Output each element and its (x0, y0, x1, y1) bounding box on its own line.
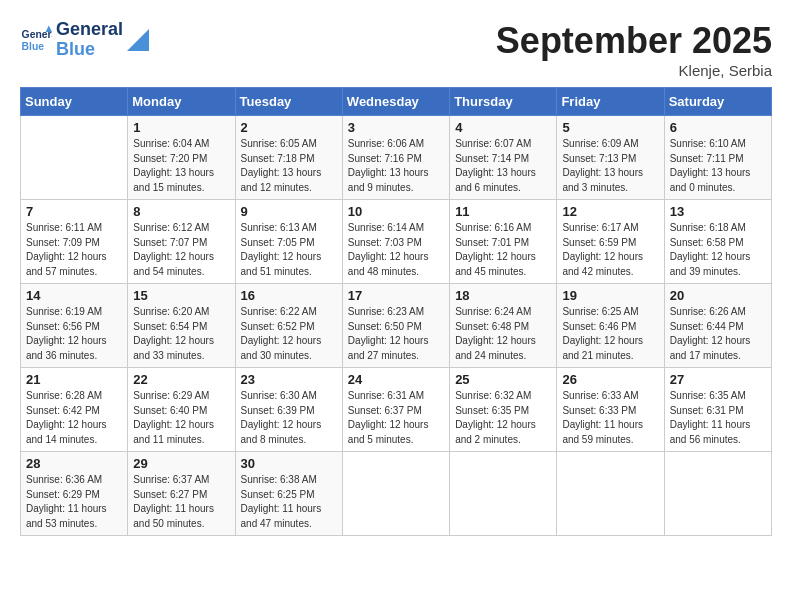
day-cell (557, 452, 664, 536)
day-info: Sunrise: 6:16 AM Sunset: 7:01 PM Dayligh… (455, 221, 551, 279)
day-number: 7 (26, 204, 122, 219)
day-cell: 7Sunrise: 6:11 AM Sunset: 7:09 PM Daylig… (21, 200, 128, 284)
weekday-header-thursday: Thursday (450, 88, 557, 116)
day-cell (664, 452, 771, 536)
day-number: 17 (348, 288, 444, 303)
day-number: 12 (562, 204, 658, 219)
day-cell: 3Sunrise: 6:06 AM Sunset: 7:16 PM Daylig… (342, 116, 449, 200)
day-number: 24 (348, 372, 444, 387)
day-number: 11 (455, 204, 551, 219)
day-cell: 21Sunrise: 6:28 AM Sunset: 6:42 PM Dayli… (21, 368, 128, 452)
weekday-header-row: SundayMondayTuesdayWednesdayThursdayFrid… (21, 88, 772, 116)
day-number: 22 (133, 372, 229, 387)
day-number: 13 (670, 204, 766, 219)
week-row-4: 21Sunrise: 6:28 AM Sunset: 6:42 PM Dayli… (21, 368, 772, 452)
day-info: Sunrise: 6:13 AM Sunset: 7:05 PM Dayligh… (241, 221, 337, 279)
day-info: Sunrise: 6:07 AM Sunset: 7:14 PM Dayligh… (455, 137, 551, 195)
logo-icon: General Blue (20, 24, 52, 56)
page-header: General Blue General Blue September 2025… (20, 20, 772, 79)
day-info: Sunrise: 6:19 AM Sunset: 6:56 PM Dayligh… (26, 305, 122, 363)
day-number: 29 (133, 456, 229, 471)
day-info: Sunrise: 6:31 AM Sunset: 6:37 PM Dayligh… (348, 389, 444, 447)
day-cell: 25Sunrise: 6:32 AM Sunset: 6:35 PM Dayli… (450, 368, 557, 452)
day-number: 14 (26, 288, 122, 303)
day-number: 30 (241, 456, 337, 471)
day-number: 3 (348, 120, 444, 135)
weekday-header-sunday: Sunday (21, 88, 128, 116)
day-cell (450, 452, 557, 536)
day-info: Sunrise: 6:29 AM Sunset: 6:40 PM Dayligh… (133, 389, 229, 447)
svg-text:Blue: Blue (22, 40, 45, 51)
day-cell: 24Sunrise: 6:31 AM Sunset: 6:37 PM Dayli… (342, 368, 449, 452)
day-info: Sunrise: 6:37 AM Sunset: 6:27 PM Dayligh… (133, 473, 229, 531)
day-info: Sunrise: 6:38 AM Sunset: 6:25 PM Dayligh… (241, 473, 337, 531)
day-cell: 12Sunrise: 6:17 AM Sunset: 6:59 PM Dayli… (557, 200, 664, 284)
day-info: Sunrise: 6:05 AM Sunset: 7:18 PM Dayligh… (241, 137, 337, 195)
day-info: Sunrise: 6:11 AM Sunset: 7:09 PM Dayligh… (26, 221, 122, 279)
calendar-table: SundayMondayTuesdayWednesdayThursdayFrid… (20, 87, 772, 536)
day-number: 15 (133, 288, 229, 303)
day-number: 28 (26, 456, 122, 471)
day-number: 6 (670, 120, 766, 135)
day-info: Sunrise: 6:24 AM Sunset: 6:48 PM Dayligh… (455, 305, 551, 363)
day-cell: 11Sunrise: 6:16 AM Sunset: 7:01 PM Dayli… (450, 200, 557, 284)
weekday-header-wednesday: Wednesday (342, 88, 449, 116)
day-cell: 29Sunrise: 6:37 AM Sunset: 6:27 PM Dayli… (128, 452, 235, 536)
day-cell: 16Sunrise: 6:22 AM Sunset: 6:52 PM Dayli… (235, 284, 342, 368)
day-cell: 15Sunrise: 6:20 AM Sunset: 6:54 PM Dayli… (128, 284, 235, 368)
day-cell: 22Sunrise: 6:29 AM Sunset: 6:40 PM Dayli… (128, 368, 235, 452)
day-cell: 30Sunrise: 6:38 AM Sunset: 6:25 PM Dayli… (235, 452, 342, 536)
week-row-2: 7Sunrise: 6:11 AM Sunset: 7:09 PM Daylig… (21, 200, 772, 284)
svg-marker-3 (127, 29, 149, 51)
day-info: Sunrise: 6:25 AM Sunset: 6:46 PM Dayligh… (562, 305, 658, 363)
day-cell: 19Sunrise: 6:25 AM Sunset: 6:46 PM Dayli… (557, 284, 664, 368)
weekday-header-friday: Friday (557, 88, 664, 116)
day-info: Sunrise: 6:32 AM Sunset: 6:35 PM Dayligh… (455, 389, 551, 447)
day-cell: 20Sunrise: 6:26 AM Sunset: 6:44 PM Dayli… (664, 284, 771, 368)
day-cell: 23Sunrise: 6:30 AM Sunset: 6:39 PM Dayli… (235, 368, 342, 452)
day-info: Sunrise: 6:28 AM Sunset: 6:42 PM Dayligh… (26, 389, 122, 447)
day-info: Sunrise: 6:04 AM Sunset: 7:20 PM Dayligh… (133, 137, 229, 195)
day-cell: 9Sunrise: 6:13 AM Sunset: 7:05 PM Daylig… (235, 200, 342, 284)
day-info: Sunrise: 6:10 AM Sunset: 7:11 PM Dayligh… (670, 137, 766, 195)
week-row-5: 28Sunrise: 6:36 AM Sunset: 6:29 PM Dayli… (21, 452, 772, 536)
day-number: 19 (562, 288, 658, 303)
day-info: Sunrise: 6:09 AM Sunset: 7:13 PM Dayligh… (562, 137, 658, 195)
day-number: 1 (133, 120, 229, 135)
day-number: 10 (348, 204, 444, 219)
day-number: 8 (133, 204, 229, 219)
day-number: 9 (241, 204, 337, 219)
day-cell: 18Sunrise: 6:24 AM Sunset: 6:48 PM Dayli… (450, 284, 557, 368)
day-info: Sunrise: 6:36 AM Sunset: 6:29 PM Dayligh… (26, 473, 122, 531)
day-info: Sunrise: 6:23 AM Sunset: 6:50 PM Dayligh… (348, 305, 444, 363)
day-cell: 6Sunrise: 6:10 AM Sunset: 7:11 PM Daylig… (664, 116, 771, 200)
day-info: Sunrise: 6:33 AM Sunset: 6:33 PM Dayligh… (562, 389, 658, 447)
day-info: Sunrise: 6:20 AM Sunset: 6:54 PM Dayligh… (133, 305, 229, 363)
day-cell: 10Sunrise: 6:14 AM Sunset: 7:03 PM Dayli… (342, 200, 449, 284)
logo-blue: Blue (56, 40, 123, 60)
day-number: 26 (562, 372, 658, 387)
day-cell: 2Sunrise: 6:05 AM Sunset: 7:18 PM Daylig… (235, 116, 342, 200)
logo: General Blue General Blue (20, 20, 149, 60)
day-info: Sunrise: 6:18 AM Sunset: 6:58 PM Dayligh… (670, 221, 766, 279)
day-number: 16 (241, 288, 337, 303)
day-number: 4 (455, 120, 551, 135)
day-info: Sunrise: 6:12 AM Sunset: 7:07 PM Dayligh… (133, 221, 229, 279)
day-info: Sunrise: 6:35 AM Sunset: 6:31 PM Dayligh… (670, 389, 766, 447)
day-cell (342, 452, 449, 536)
month-title: September 2025 (496, 20, 772, 62)
week-row-3: 14Sunrise: 6:19 AM Sunset: 6:56 PM Dayli… (21, 284, 772, 368)
day-number: 27 (670, 372, 766, 387)
day-cell: 26Sunrise: 6:33 AM Sunset: 6:33 PM Dayli… (557, 368, 664, 452)
day-cell: 27Sunrise: 6:35 AM Sunset: 6:31 PM Dayli… (664, 368, 771, 452)
day-number: 20 (670, 288, 766, 303)
day-number: 21 (26, 372, 122, 387)
day-info: Sunrise: 6:26 AM Sunset: 6:44 PM Dayligh… (670, 305, 766, 363)
day-cell: 17Sunrise: 6:23 AM Sunset: 6:50 PM Dayli… (342, 284, 449, 368)
day-number: 25 (455, 372, 551, 387)
location: Klenje, Serbia (496, 62, 772, 79)
weekday-header-tuesday: Tuesday (235, 88, 342, 116)
day-number: 5 (562, 120, 658, 135)
day-cell: 1Sunrise: 6:04 AM Sunset: 7:20 PM Daylig… (128, 116, 235, 200)
day-number: 2 (241, 120, 337, 135)
